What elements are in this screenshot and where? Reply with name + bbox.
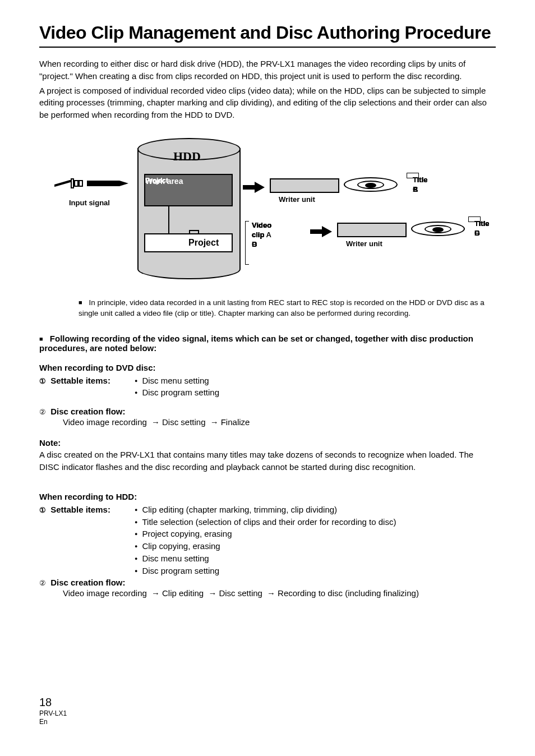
clips-bracket-icon: [245, 221, 249, 265]
page-number: 18: [39, 695, 67, 709]
hdd-num2: ②: [39, 579, 46, 587]
dvd-flow-3: Finalize: [221, 417, 250, 427]
hdd-flow-4: Recording to disc (including finalizing): [278, 588, 419, 598]
project-label: Project: [188, 234, 219, 251]
page-footer: 18 PRV-LX1 En: [39, 695, 67, 727]
disc-eye-icon-1: [365, 183, 376, 188]
titles-box-2: Title D Title E Title F Title G: [468, 216, 481, 222]
svg-rect-1: [71, 179, 73, 188]
svg-marker-4: [87, 181, 128, 186]
footer-lang: En: [39, 718, 67, 727]
writer-unit-label-2: Writer unit: [346, 239, 382, 248]
hdd-heading: When recording to HDD:: [39, 492, 496, 501]
hdd-flow: Video image recording Clip editing Disc …: [63, 588, 496, 598]
flow-diagram: Input signal HDD Work area Project Proje…: [54, 138, 481, 284]
titles-box-1: Title A Title B Title C: [407, 173, 419, 178]
footer-model: PRV-LX1: [39, 709, 67, 718]
hdd-item-2: Title selection (selection of clips and …: [142, 517, 396, 527]
hdd-label: HDD: [173, 149, 201, 164]
dvd-flow-1: Video image recording: [63, 417, 147, 427]
hdd-item-5: Disc menu setting: [142, 554, 209, 563]
input-connector-icon: [54, 178, 136, 197]
title-c: Title C: [413, 176, 428, 195]
hdd-flow-2: Clip editing: [162, 588, 204, 598]
dvd-settable-row: ① Settable items: Disc menu setting Disc…: [39, 375, 496, 399]
work-area-box: Work area Project Project: [144, 174, 233, 206]
hdd-flow-1: Video image recording: [63, 588, 147, 598]
svg-rect-3: [79, 181, 82, 186]
dvd-flow-label: Disc creation flow:: [50, 407, 125, 416]
intro-para-1: When recording to either disc or hard di…: [39, 58, 496, 82]
work-area-sub2: Project: [145, 177, 168, 185]
dvd-flow: Video image recording Disc setting Final…: [63, 417, 496, 427]
hdd-item-6: Disc program setting: [142, 566, 219, 575]
arrow-right-icon-2: [322, 226, 332, 237]
hdd-settable-row: ① Settable items: Clip editing (chapter …: [39, 504, 496, 577]
svg-rect-2: [75, 181, 78, 186]
intro-para-2: A project is composed of individual reco…: [39, 85, 496, 121]
hdd-item-3: Project copying, erasing: [142, 529, 232, 538]
title-g: Title G: [474, 219, 490, 238]
disc-eye-icon-2: [432, 227, 444, 232]
arrow-right-icon: [255, 182, 265, 193]
following-heading: Following recording of the video signal,…: [39, 334, 496, 353]
dvd-settable-label: Settable items:: [50, 376, 110, 385]
note-label: Note:: [39, 438, 61, 448]
writer-unit-box-2: [337, 223, 407, 237]
dvd-num1: ①: [39, 376, 46, 387]
writer-unit-label-1: Writer unit: [279, 195, 315, 204]
dvd-item-2: Disc program setting: [142, 388, 219, 397]
dvd-item-1: Disc menu setting: [142, 376, 209, 385]
hdd-item-1: Clip editing (chapter marking, trimming,…: [142, 505, 337, 514]
dvd-flow-2: Disc setting: [162, 417, 206, 427]
hdd-flow-3: Disc setting: [219, 588, 262, 598]
title-rule: [39, 47, 496, 48]
note-body: A disc created on the PRV-LX1 that conta…: [39, 449, 496, 473]
svg-line-0: [54, 181, 70, 186]
hdd-cylinder: HDD Work area Project Project Project: [137, 138, 238, 278]
page: Video Clip Management and Disc Authoring…: [0, 0, 535, 756]
hdd-num1: ①: [39, 505, 46, 516]
hdd-flow-label: Disc creation flow:: [50, 578, 125, 587]
principle-note: In principle, video data recorded in a u…: [79, 298, 496, 319]
input-signal-label: Input signal: [69, 199, 110, 207]
page-title: Video Clip Management and Disc Authoring…: [39, 22, 496, 43]
hdd-settable-label: Settable items:: [50, 505, 110, 514]
hdd-item-4: Clip copying, erasing: [142, 541, 220, 551]
clip-d: Video clip D: [252, 221, 271, 250]
dvd-num2: ②: [39, 408, 46, 416]
arrow-stem-icon-2: [310, 229, 322, 234]
writer-unit-box-1: [270, 178, 339, 193]
dvd-heading: When recording to DVD disc:: [39, 363, 496, 372]
project-box: Project: [144, 233, 233, 252]
arrow-stem-icon: [243, 185, 255, 190]
project-link-line: [168, 206, 192, 235]
